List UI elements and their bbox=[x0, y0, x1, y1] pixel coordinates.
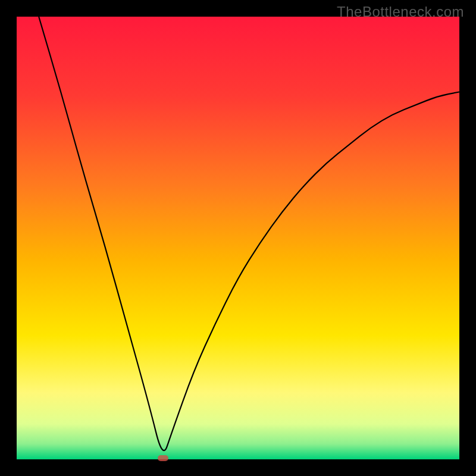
chart-frame bbox=[17, 17, 459, 459]
bottleneck-curve bbox=[17, 17, 459, 459]
minimum-marker bbox=[158, 455, 168, 461]
